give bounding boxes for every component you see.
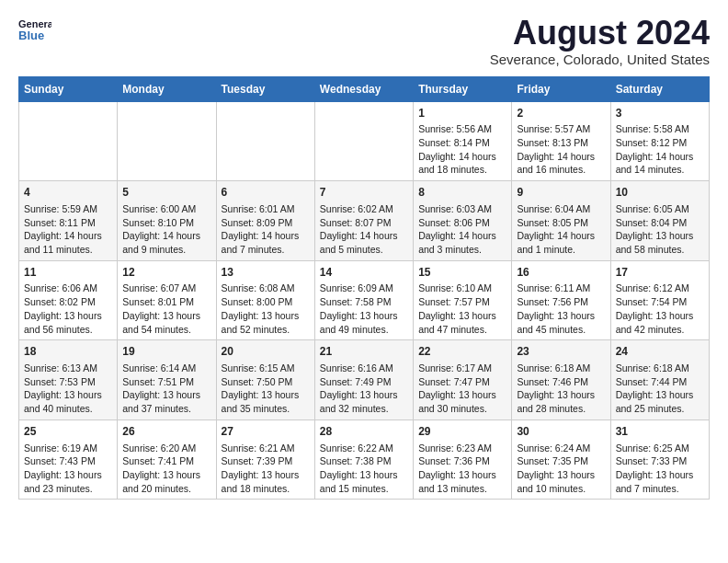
day-info: Sunrise: 6:08 AM Sunset: 8:00 PM Dayligh…: [222, 282, 310, 336]
day-number: 14: [320, 265, 408, 281]
day-info: Sunrise: 6:06 AM Sunset: 8:02 PM Dayligh…: [24, 282, 112, 336]
day-info: Sunrise: 6:00 AM Sunset: 8:10 PM Dayligh…: [122, 202, 210, 257]
day-number: 26: [122, 424, 210, 440]
calendar-week-1: 1Sunrise: 5:56 AM Sunset: 8:14 PM Daylig…: [19, 101, 710, 181]
day-info: Sunrise: 6:03 AM Sunset: 8:06 PM Dayligh…: [418, 202, 506, 257]
calendar-cell: [314, 101, 413, 181]
calendar-cell: 23Sunrise: 6:18 AM Sunset: 7:46 PM Dayli…: [512, 340, 610, 420]
calendar-cell: 4Sunrise: 5:59 AM Sunset: 8:11 PM Daylig…: [19, 181, 118, 261]
day-number: 22: [418, 344, 506, 360]
day-info: Sunrise: 6:09 AM Sunset: 7:58 PM Dayligh…: [320, 282, 408, 336]
day-number: 29: [418, 424, 506, 440]
day-number: 23: [517, 344, 605, 360]
day-number: 11: [24, 265, 112, 281]
calendar-cell: 5Sunrise: 6:00 AM Sunset: 8:10 PM Daylig…: [118, 181, 216, 261]
calendar-cell: 1Sunrise: 5:56 AM Sunset: 8:14 PM Daylig…: [414, 101, 512, 181]
calendar-cell: 16Sunrise: 6:11 AM Sunset: 7:56 PM Dayli…: [512, 260, 610, 340]
day-info: Sunrise: 6:13 AM Sunset: 7:53 PM Dayligh…: [24, 362, 112, 416]
day-info: Sunrise: 6:05 AM Sunset: 8:04 PM Dayligh…: [616, 202, 704, 257]
calendar-cell: [216, 101, 314, 181]
day-number: 31: [616, 424, 704, 440]
calendar-cell: 29Sunrise: 6:23 AM Sunset: 7:36 PM Dayli…: [414, 419, 512, 500]
day-info: Sunrise: 5:59 AM Sunset: 8:11 PM Dayligh…: [24, 202, 112, 257]
day-number: 6: [222, 185, 310, 201]
day-info: Sunrise: 6:25 AM Sunset: 7:33 PM Dayligh…: [616, 442, 704, 496]
calendar-week-4: 18Sunrise: 6:13 AM Sunset: 7:53 PM Dayli…: [19, 340, 710, 420]
day-number: 30: [517, 424, 605, 440]
calendar-cell: 25Sunrise: 6:19 AM Sunset: 7:43 PM Dayli…: [19, 419, 118, 500]
day-info: Sunrise: 5:56 AM Sunset: 8:14 PM Dayligh…: [418, 122, 506, 177]
svg-text:Blue: Blue: [18, 29, 44, 42]
calendar-cell: 30Sunrise: 6:24 AM Sunset: 7:35 PM Dayli…: [512, 419, 610, 500]
day-number: 2: [517, 106, 605, 121]
day-info: Sunrise: 6:17 AM Sunset: 7:47 PM Dayligh…: [418, 362, 506, 416]
calendar-cell: [19, 101, 118, 181]
day-info: Sunrise: 6:24 AM Sunset: 7:35 PM Dayligh…: [517, 442, 605, 496]
calendar-cell: 22Sunrise: 6:17 AM Sunset: 7:47 PM Dayli…: [414, 340, 512, 420]
weekday-header-saturday: Saturday: [610, 76, 709, 101]
header: General Blue August 2024 Severance, Colo…: [18, 15, 710, 67]
weekday-header-wednesday: Wednesday: [314, 76, 413, 101]
calendar-week-2: 4Sunrise: 5:59 AM Sunset: 8:11 PM Daylig…: [19, 181, 710, 261]
weekday-header-friday: Friday: [512, 76, 610, 101]
calendar-cell: 20Sunrise: 6:15 AM Sunset: 7:50 PM Dayli…: [216, 340, 314, 420]
day-number: 21: [320, 344, 408, 360]
day-number: 8: [418, 185, 506, 201]
day-number: 4: [24, 185, 112, 201]
day-number: 25: [24, 424, 112, 440]
subtitle: Severance, Colorado, United States: [490, 52, 710, 67]
calendar-cell: 26Sunrise: 6:20 AM Sunset: 7:41 PM Dayli…: [118, 419, 216, 500]
day-info: Sunrise: 5:58 AM Sunset: 8:12 PM Dayligh…: [616, 122, 704, 177]
weekday-header-monday: Monday: [118, 76, 216, 101]
day-info: Sunrise: 6:21 AM Sunset: 7:39 PM Dayligh…: [222, 442, 310, 496]
title-area: August 2024 Severance, Colorado, United …: [490, 15, 710, 67]
day-info: Sunrise: 6:11 AM Sunset: 7:56 PM Dayligh…: [517, 282, 605, 336]
calendar-cell: 7Sunrise: 6:02 AM Sunset: 8:07 PM Daylig…: [314, 181, 413, 261]
calendar-table: SundayMondayTuesdayWednesdayThursdayFrid…: [18, 76, 710, 500]
logo-svg: General Blue: [18, 15, 51, 48]
day-info: Sunrise: 5:57 AM Sunset: 8:13 PM Dayligh…: [517, 122, 605, 177]
day-number: 5: [122, 185, 210, 201]
day-number: 28: [320, 424, 408, 440]
calendar-cell: 18Sunrise: 6:13 AM Sunset: 7:53 PM Dayli…: [19, 340, 118, 420]
calendar-cell: 31Sunrise: 6:25 AM Sunset: 7:33 PM Dayli…: [610, 419, 709, 500]
day-number: 17: [616, 265, 704, 281]
calendar-cell: 9Sunrise: 6:04 AM Sunset: 8:05 PM Daylig…: [512, 181, 610, 261]
calendar-cell: 11Sunrise: 6:06 AM Sunset: 8:02 PM Dayli…: [19, 260, 118, 340]
day-info: Sunrise: 6:15 AM Sunset: 7:50 PM Dayligh…: [222, 362, 310, 416]
day-number: 19: [122, 344, 210, 360]
day-number: 9: [517, 185, 605, 201]
weekday-header-tuesday: Tuesday: [216, 76, 314, 101]
day-info: Sunrise: 6:12 AM Sunset: 7:54 PM Dayligh…: [616, 282, 704, 336]
day-number: 16: [517, 265, 605, 281]
calendar-cell: 28Sunrise: 6:22 AM Sunset: 7:38 PM Dayli…: [314, 419, 413, 500]
day-number: 15: [418, 265, 506, 281]
day-number: 3: [616, 106, 704, 121]
day-number: 12: [122, 265, 210, 281]
logo: General Blue: [18, 15, 51, 48]
calendar-cell: 14Sunrise: 6:09 AM Sunset: 7:58 PM Dayli…: [314, 260, 413, 340]
calendar-cell: 10Sunrise: 6:05 AM Sunset: 8:04 PM Dayli…: [610, 181, 709, 261]
calendar-cell: 6Sunrise: 6:01 AM Sunset: 8:09 PM Daylig…: [216, 181, 314, 261]
day-info: Sunrise: 6:18 AM Sunset: 7:46 PM Dayligh…: [517, 362, 605, 416]
calendar-cell: 17Sunrise: 6:12 AM Sunset: 7:54 PM Dayli…: [610, 260, 709, 340]
day-info: Sunrise: 6:22 AM Sunset: 7:38 PM Dayligh…: [320, 442, 408, 496]
main-title: August 2024: [490, 15, 710, 52]
day-info: Sunrise: 6:16 AM Sunset: 7:49 PM Dayligh…: [320, 362, 408, 416]
calendar-cell: [118, 101, 216, 181]
day-info: Sunrise: 6:10 AM Sunset: 7:57 PM Dayligh…: [418, 282, 506, 336]
calendar-cell: 12Sunrise: 6:07 AM Sunset: 8:01 PM Dayli…: [118, 260, 216, 340]
calendar-cell: 8Sunrise: 6:03 AM Sunset: 8:06 PM Daylig…: [414, 181, 512, 261]
day-info: Sunrise: 6:19 AM Sunset: 7:43 PM Dayligh…: [24, 442, 112, 496]
day-number: 7: [320, 185, 408, 201]
day-info: Sunrise: 6:02 AM Sunset: 8:07 PM Dayligh…: [320, 202, 408, 257]
calendar-cell: 19Sunrise: 6:14 AM Sunset: 7:51 PM Dayli…: [118, 340, 216, 420]
day-info: Sunrise: 6:18 AM Sunset: 7:44 PM Dayligh…: [616, 362, 704, 416]
calendar-cell: 2Sunrise: 5:57 AM Sunset: 8:13 PM Daylig…: [512, 101, 610, 181]
calendar-cell: 15Sunrise: 6:10 AM Sunset: 7:57 PM Dayli…: [414, 260, 512, 340]
calendar-cell: 21Sunrise: 6:16 AM Sunset: 7:49 PM Dayli…: [314, 340, 413, 420]
calendar-week-5: 25Sunrise: 6:19 AM Sunset: 7:43 PM Dayli…: [19, 419, 710, 500]
weekday-header-sunday: Sunday: [19, 76, 118, 101]
calendar-cell: 24Sunrise: 6:18 AM Sunset: 7:44 PM Dayli…: [610, 340, 709, 420]
calendar-week-3: 11Sunrise: 6:06 AM Sunset: 8:02 PM Dayli…: [19, 260, 710, 340]
